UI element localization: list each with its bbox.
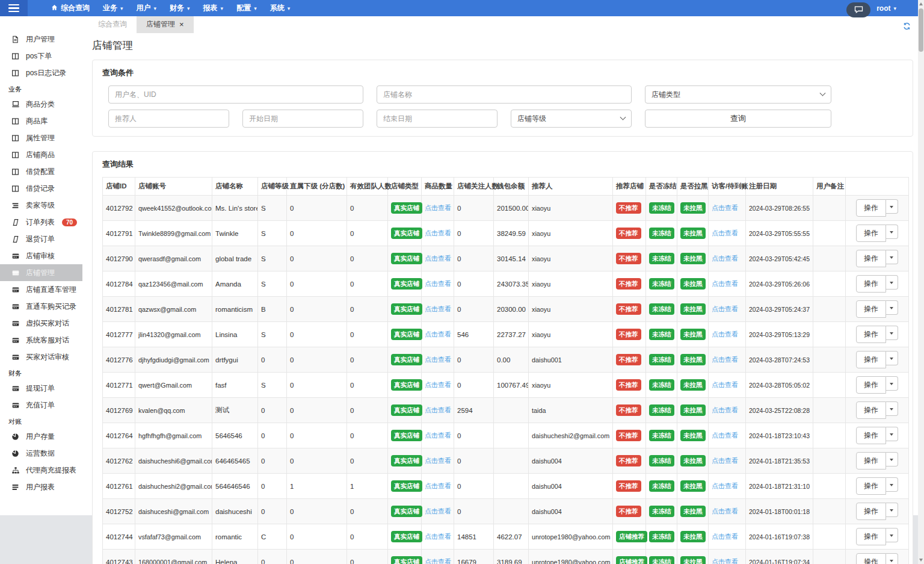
visitors-view-link[interactable]: 点击查看 — [712, 204, 738, 211]
action-dropdown-button[interactable] — [886, 528, 898, 542]
action-dropdown-button[interactable] — [886, 300, 898, 315]
visitors-view-link[interactable]: 点击查看 — [712, 406, 738, 414]
action-button[interactable]: 操作 — [856, 250, 886, 267]
action-button[interactable]: 操作 — [856, 225, 886, 242]
visitors-view-link[interactable]: 点击查看 — [712, 432, 738, 439]
nav-item-overview[interactable]: 综合查询 — [45, 0, 96, 16]
visitors-view-link[interactable]: 点击查看 — [712, 356, 738, 363]
action-dropdown-button[interactable] — [886, 427, 898, 441]
nav-item-business[interactable]: 业务▾ — [96, 0, 130, 16]
nav-item-system[interactable]: 系统▾ — [263, 0, 297, 16]
goods-view-link[interactable]: 点击查看 — [425, 406, 451, 414]
sidebar-item-recharge-orders[interactable]: 充值订单 — [0, 397, 82, 414]
action-dropdown-button[interactable] — [886, 503, 898, 517]
scrollbar-thumb[interactable] — [919, 8, 923, 52]
shop-type-select[interactable]: 店铺类型 — [645, 85, 831, 104]
sidebar-item-withdrawal-orders[interactable]: 提现订单 — [0, 380, 82, 397]
tab-shop-management[interactable]: 店铺管理× — [137, 16, 194, 33]
goods-view-link[interactable]: 点击查看 — [425, 432, 451, 439]
action-dropdown-button[interactable] — [886, 225, 898, 239]
goods-view-link[interactable]: 点击查看 — [425, 533, 451, 540]
sidebar-item-loan-records[interactable]: 借贷记录 — [0, 180, 82, 197]
goods-view-link[interactable]: 点击查看 — [425, 558, 451, 564]
action-button[interactable]: 操作 — [856, 300, 886, 318]
action-button[interactable]: 操作 — [856, 326, 886, 343]
visitors-view-link[interactable]: 点击查看 — [712, 558, 738, 564]
nav-item-users[interactable]: 用户▾ — [130, 0, 164, 16]
sidebar-item-product-category[interactable]: 商品分类 — [0, 96, 82, 113]
scroll-up-arrow-icon[interactable] — [919, 2, 923, 5]
action-dropdown-button[interactable] — [886, 376, 898, 391]
visitors-view-link[interactable]: 点击查看 — [712, 381, 738, 388]
visitors-view-link[interactable]: 点击查看 — [712, 255, 738, 262]
goods-view-link[interactable]: 点击查看 — [425, 204, 451, 211]
username-input[interactable] — [108, 85, 363, 104]
visitors-view-link[interactable]: 点击查看 — [712, 280, 738, 287]
sidebar-item-shop-express-management[interactable]: 店铺直通车管理 — [0, 281, 82, 298]
user-menu[interactable]: root ▾ — [876, 4, 896, 13]
end-date-input[interactable] — [377, 110, 497, 128]
action-button[interactable]: 操作 — [856, 351, 886, 368]
sidebar-item-virtual-buyer-chat[interactable]: 虚拟买家对话 — [0, 315, 82, 332]
action-dropdown-button[interactable] — [886, 477, 898, 492]
scroll-down-arrow-icon[interactable] — [919, 559, 923, 562]
sidebar-item-return-orders[interactable]: 退货订单 — [0, 231, 82, 247]
action-dropdown-button[interactable] — [886, 553, 898, 564]
menu-toggle-button[interactable] — [0, 0, 28, 16]
sidebar-item-user-stock[interactable]: 用户存量 — [0, 428, 82, 445]
goods-view-link[interactable]: 点击查看 — [425, 507, 451, 515]
action-button[interactable]: 操作 — [856, 199, 886, 217]
action-button[interactable]: 操作 — [856, 427, 886, 444]
sidebar-item-user-report[interactable]: 用户报表 — [0, 479, 82, 495]
action-button[interactable]: 操作 — [856, 376, 886, 394]
sidebar-item-shop-management[interactable]: 店铺管理 — [0, 264, 82, 281]
referrer-input[interactable] — [108, 110, 229, 128]
action-button[interactable]: 操作 — [856, 275, 886, 293]
action-button[interactable]: 操作 — [856, 401, 886, 419]
sidebar-item-agent-report[interactable]: 代理商充提报表 — [0, 462, 82, 479]
sidebar-item-pos-order[interactable]: pos下单 — [0, 48, 82, 64]
sidebar-item-loan-config[interactable]: 借贷配置 — [0, 163, 82, 180]
sidebar-item-shop-review[interactable]: 店铺审核 — [0, 247, 82, 264]
sidebar-item-operation-data[interactable]: 运营数据 — [0, 445, 82, 462]
sidebar-item-attribute-management[interactable]: 属性管理 — [0, 129, 82, 146]
visitors-view-link[interactable]: 点击查看 — [712, 229, 738, 237]
action-button[interactable]: 操作 — [856, 452, 886, 469]
visitors-view-link[interactable]: 点击查看 — [712, 457, 738, 464]
shop-level-select[interactable]: 店铺等级 — [511, 110, 632, 128]
action-button[interactable]: 操作 — [856, 528, 886, 545]
visitors-view-link[interactable]: 点击查看 — [712, 507, 738, 515]
action-button[interactable]: 操作 — [856, 503, 886, 520]
window-scrollbar[interactable] — [918, 0, 924, 564]
sidebar-item-order-list[interactable]: 订单列表70 — [0, 214, 82, 231]
goods-view-link[interactable]: 点击查看 — [425, 330, 451, 338]
goods-view-link[interactable]: 点击查看 — [425, 356, 451, 363]
visitors-view-link[interactable]: 点击查看 — [712, 305, 738, 312]
sidebar-item-pos-log[interactable]: pos日志记录 — [0, 64, 82, 81]
sidebar-item-user-management[interactable]: 用户管理 — [0, 31, 82, 48]
tab-close-icon[interactable]: × — [179, 22, 184, 28]
action-dropdown-button[interactable] — [886, 250, 898, 264]
shop-name-input[interactable] — [377, 85, 632, 104]
sidebar-item-seller-level[interactable]: 卖家等级 — [0, 197, 82, 214]
goods-view-link[interactable]: 点击查看 — [425, 280, 451, 287]
goods-view-link[interactable]: 点击查看 — [425, 457, 451, 464]
goods-view-link[interactable]: 点击查看 — [425, 381, 451, 388]
chat-button[interactable] — [846, 2, 870, 17]
nav-item-finance[interactable]: 财务▾ — [163, 0, 197, 16]
sidebar-item-buyer-chat-review[interactable]: 买家对话审核 — [0, 349, 82, 365]
start-date-input[interactable] — [242, 110, 363, 128]
action-dropdown-button[interactable] — [886, 326, 898, 340]
action-dropdown-button[interactable] — [886, 401, 898, 416]
tab-overview[interactable]: 综合查询 — [88, 16, 137, 33]
refresh-icon[interactable] — [903, 22, 911, 33]
sidebar-item-system-service-chat[interactable]: 系统客服对话 — [0, 332, 82, 349]
sidebar-item-shop-products[interactable]: 店铺商品 — [0, 146, 82, 163]
nav-item-config[interactable]: 配置▾ — [230, 0, 263, 16]
nav-item-reports[interactable]: 报表▾ — [197, 0, 230, 16]
action-button[interactable]: 操作 — [856, 477, 886, 495]
action-dropdown-button[interactable] — [886, 452, 898, 466]
action-dropdown-button[interactable] — [886, 275, 898, 290]
sidebar-item-express-purchase-records[interactable]: 直通车购买记录 — [0, 298, 82, 315]
goods-view-link[interactable]: 点击查看 — [425, 305, 451, 312]
